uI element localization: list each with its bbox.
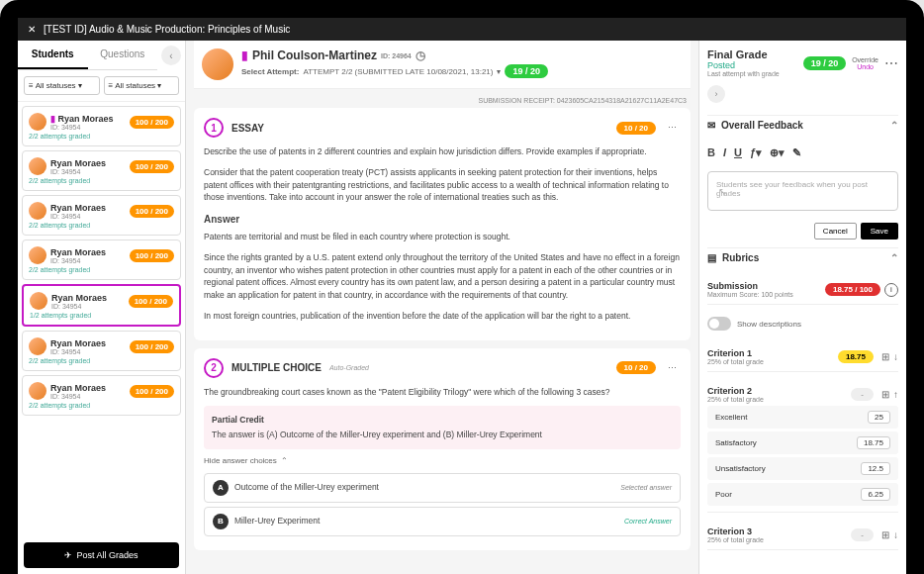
flag-icon[interactable]: ▮ [241, 48, 248, 62]
student-id: ID: 34954 [51, 303, 107, 310]
rubrics-header[interactable]: ▤ Rubrics ⌃ [707, 247, 898, 267]
grading-panel: Final Grade Posted Last attempt with gra… [698, 41, 906, 574]
info-icon[interactable]: i [884, 283, 898, 297]
criterion-score[interactable]: 18.75 [838, 350, 874, 363]
tab-questions[interactable]: Questions [88, 41, 158, 69]
chevron-up-icon: ⌃ [281, 455, 288, 467]
final-grade-sub: Last attempt with grade [707, 70, 797, 77]
student-name: Ryan Moraes [50, 203, 106, 213]
rubric-icon: ▤ [707, 252, 716, 263]
level-name: Poor [715, 490, 732, 499]
grade-pill: 100 / 200 [130, 385, 174, 398]
overall-feedback-header[interactable]: ✉ Overall Feedback ⌃ [707, 115, 898, 135]
avatar [29, 337, 46, 355]
submission-label: Submission [707, 281, 825, 291]
show-descriptions-toggle[interactable] [707, 317, 731, 331]
student-card[interactable]: Ryan MoraesID: 34954100 / 2002/2 attempt… [22, 150, 181, 191]
bold-icon[interactable]: B [707, 146, 715, 159]
grade-pill: 100 / 200 [129, 295, 173, 308]
grade-pill: 100 / 200 [130, 205, 174, 218]
feedback-icon[interactable]: ⊞ [881, 529, 889, 540]
avatar [29, 202, 46, 220]
student-card[interactable]: Ryan MoraesID: 34954100 / 2001/2 attempt… [22, 284, 181, 327]
question-score[interactable]: 10 / 20 [616, 122, 656, 135]
student-card[interactable]: Ryan MoraesID: 34954100 / 2002/2 attempt… [22, 239, 181, 280]
attempts-label: 2/2 attempts graded [29, 402, 174, 409]
final-grade-label: Final Grade [707, 48, 768, 60]
rubric-level[interactable]: Unsatisfactory12.5 [707, 457, 898, 480]
choice-a[interactable]: A Outcome of the Miller-Urey experiment … [204, 473, 681, 503]
edit-icon[interactable]: ✎ [792, 146, 801, 159]
rubric-level[interactable]: Satisfactory18.75 [707, 431, 898, 454]
auto-graded-label: Auto-Graded [329, 364, 369, 371]
answer-heading: Answer [204, 212, 681, 227]
avatar [29, 157, 46, 175]
level-score: 25 [868, 411, 890, 424]
student-card[interactable]: Ryan MoraesID: 34954100 / 2002/2 attempt… [22, 375, 181, 416]
save-button[interactable]: Save [861, 223, 898, 239]
feedback-toolbar: B I U ƒ▾ ⊕▾ ✎ [707, 143, 898, 163]
feedback-input[interactable]: ↖ Students see your feedback when you po… [707, 171, 898, 211]
grade-menu-icon[interactable]: ⋯ [884, 55, 898, 71]
submission-receipt: SUBMISSION RECEIPT: 0423605CA2154318A216… [194, 97, 691, 104]
criterion-2: Criterion 2 25% of total grade - ⊞↑ Exce… [707, 380, 898, 513]
avatar [30, 292, 47, 310]
criterion-score[interactable]: - [851, 528, 874, 541]
underline-icon[interactable]: U [734, 146, 742, 159]
cancel-button[interactable]: Cancel [814, 223, 857, 239]
expand-panel-icon[interactable]: › [707, 85, 725, 103]
cursor-icon: ↖ [718, 186, 726, 197]
level-score: 12.5 [861, 462, 890, 475]
back-icon[interactable]: ✕ [28, 24, 36, 35]
q1-prompt-1: Describe the use of patents in 2 differe… [204, 145, 681, 158]
font-icon[interactable]: ƒ▾ [750, 146, 762, 159]
titlebar: ✕ [TEST ID] Audio & Music Production: Pr… [18, 18, 906, 41]
criterion-name: Criterion 2 [707, 386, 764, 396]
student-card[interactable]: Ryan MoraesID: 34954100 / 2002/2 attempt… [22, 195, 181, 236]
collapse-sidebar-icon[interactable]: ‹ [161, 46, 181, 65]
choice-b[interactable]: B Miller-Urey Experiment Correct Answer [204, 507, 681, 536]
link-icon[interactable]: ⊕▾ [770, 146, 785, 159]
rubric-level[interactable]: Excellent25 [707, 406, 898, 429]
attempt-value[interactable]: ATTEMPT 2/2 (SUBMITTED LATE 10/08/2021, … [303, 67, 493, 76]
tab-students[interactable]: Students [18, 41, 88, 69]
status-filter-2[interactable]: ≡ All statuses ▾ [104, 76, 180, 95]
attempts-label: 2/2 attempts graded [29, 222, 174, 229]
feedback-icon[interactable]: ⊞ [881, 351, 889, 362]
hide-answer-choices[interactable]: Hide answer choices ⌃ [204, 455, 681, 467]
filter-1-label: All statuses [36, 81, 76, 90]
partial-credit-body: The answer is (A) Outcome of the Miller-… [212, 429, 673, 441]
question-menu-icon[interactable]: ⋯ [664, 363, 681, 373]
student-id: ID: 34954 [50, 168, 106, 175]
criterion-score[interactable]: - [851, 388, 874, 401]
attempts-label: 2/2 attempts graded [29, 177, 174, 184]
post-all-grades-button[interactable]: ✈ Post All Grades [24, 542, 179, 568]
rubrics-label: Rubrics [722, 252, 759, 263]
q1-answer-3: In most foreign countries, publication o… [204, 310, 681, 323]
grade-pill: 100 / 200 [130, 116, 174, 129]
undo-link[interactable]: Undo [852, 63, 878, 70]
student-card[interactable]: ▮ Ryan MoraesID: 34954100 / 2002/2 attem… [22, 106, 181, 146]
chevron-down-icon[interactable]: ↓ [893, 529, 898, 540]
feedback-icon[interactable]: ⊞ [881, 389, 889, 400]
chevron-down-icon[interactable]: ↓ [893, 351, 898, 362]
student-id: ID: 24964 [381, 52, 412, 59]
course-title: [TEST ID] Audio & Music Production: Prin… [44, 24, 290, 35]
q1-answer-1: Patents are territorial and must be file… [204, 231, 681, 243]
center-column: ▮ Phil Coulson-Martinez ID: 24964 ◷ Sele… [186, 41, 698, 574]
student-card[interactable]: Ryan MoraesID: 34954100 / 2002/2 attempt… [22, 331, 181, 371]
choice-status: Correct Answer [624, 517, 672, 527]
question-menu-icon[interactable]: ⋯ [664, 123, 681, 133]
sidebar: Students Questions ‹ ≡ All statuses ▾ ≡ … [18, 41, 186, 574]
posted-label: Posted [707, 60, 735, 70]
level-score: 18.75 [857, 436, 890, 449]
status-filter-1[interactable]: ≡ All statuses ▾ [24, 76, 100, 95]
question-number: 2 [204, 358, 224, 378]
italic-icon[interactable]: I [723, 146, 726, 159]
override-link[interactable]: Override [852, 56, 878, 63]
final-grade-row: Final Grade Posted Last attempt with gra… [707, 48, 898, 77]
question-score[interactable]: 10 / 20 [616, 361, 656, 374]
rubric-level[interactable]: Poor6.25 [707, 483, 898, 506]
chevron-up-icon[interactable]: ↑ [893, 389, 898, 400]
attempts-label: 1/2 attempts graded [30, 312, 173, 319]
